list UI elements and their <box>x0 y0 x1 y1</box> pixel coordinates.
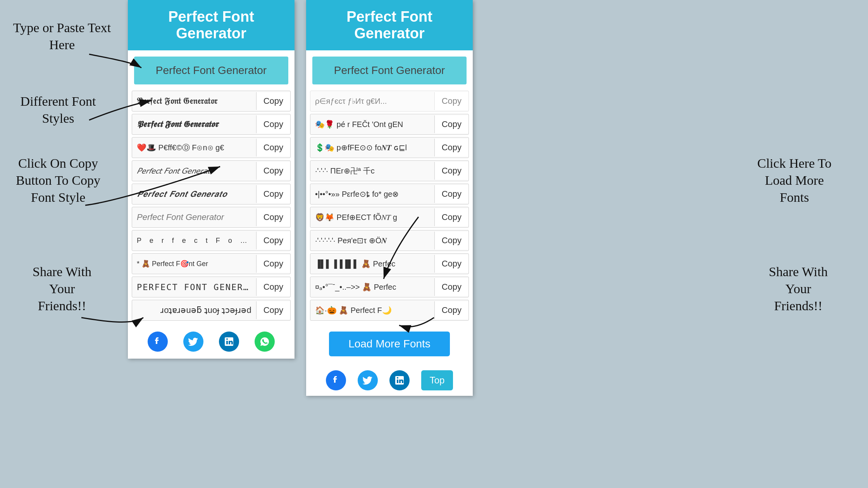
font-row: Perfect Font Generator Copy <box>132 207 291 228</box>
font-text: ɹoʇɐɹǝuǝƃ ʇuoɟ ʇɔǝɟɹǝd <box>132 302 256 318</box>
font-text: ·'·'·'· ΠЕr⊕卍ª 千c <box>310 163 434 179</box>
right-phone: Perfect Font Generator ρ∈яƒєcτ ƒ♭Иτ g€И.… <box>306 0 473 396</box>
copy-button[interactable]: Copy <box>256 232 290 249</box>
text-input[interactable] <box>142 64 281 77</box>
facebook-icon-right[interactable] <box>326 370 346 390</box>
social-bar-left <box>128 325 294 359</box>
linkedin-icon[interactable] <box>219 332 239 352</box>
font-row: 🦁🦊 PΕf⊕ЕCT fÕ𝑁𝑇 g Copy <box>310 207 469 228</box>
copy-button[interactable]: Copy <box>256 162 290 180</box>
font-text: ρ∈яƒєcτ ƒ♭Иτ g€И... <box>310 93 434 109</box>
copy-button[interactable]: Copy <box>256 278 290 296</box>
font-text: ¤ₐ•°¯ˉ_•..–>> 🧸 Perfec <box>310 279 434 295</box>
right-phone-header: Perfect Font Generator <box>306 0 473 50</box>
font-text: 🦁🦊 PΕf⊕ЕCT fÕ𝑁𝑇 g <box>310 210 434 225</box>
font-text: 💲🎭 p⊕fFE⊙⊙ fo𝑵𝑻 ɢ⊑l <box>310 140 434 155</box>
font-text: ▐▌▌▐▐▐▌▌ 🧸 Perfec <box>310 256 434 271</box>
annotation-different-fonts: Different FontStyles <box>4 93 112 127</box>
font-row: 𝕻𝖊𝖗𝖋𝖊𝖈𝖙 𝕱𝖔𝖓𝖙 𝕲𝖊𝖓𝖊𝖗𝖆𝖙𝖔𝖗 Copy <box>132 114 291 135</box>
top-button[interactable]: Top <box>421 370 453 390</box>
copy-button[interactable]: Copy <box>434 232 468 249</box>
copy-button[interactable]: Copy <box>256 92 290 110</box>
font-row: ¤ₐ•°¯ˉ_•..–>> 🧸 Perfec Copy <box>310 277 469 297</box>
annotation-share-right: Share WithYourFriends!! <box>744 263 852 315</box>
whatsapp-icon[interactable] <box>255 332 275 352</box>
font-list-left: 𝔓𝔢𝔯𝔣𝔢𝔠𝔱 𝔉𝔬𝔫𝔱 𝔊𝔢𝔫𝔢𝔯𝔞𝔱𝔬𝔯 Copy 𝕻𝖊𝖗𝖋𝖊𝖈𝖙 𝕱𝖔𝖓𝖙… <box>128 91 294 321</box>
font-row: ɹoʇɐɹǝuǝƃ ʇuoɟ ʇɔǝɟɹǝd Copy <box>132 300 291 321</box>
font-row: 🏠·🎃 🧸 Perfect F🌙 Copy <box>310 300 469 321</box>
font-row: •|••°•»» Pεrfe⊙ȶ fo* ge⊗ Copy <box>310 184 469 204</box>
font-text: 𝘗𝘦𝘳𝘧𝘦𝘤𝘵 𝘍𝘰𝘯𝘵 𝘎𝘦𝘯𝘦𝘳𝘢𝘵 <box>132 163 256 179</box>
copy-button[interactable]: Copy <box>434 278 468 296</box>
facebook-icon[interactable] <box>148 332 168 352</box>
font-text: ·'·'·'·'·'· Pея'е⊡τ ⊕Ö𝑵 <box>310 233 434 248</box>
linkedin-icon-right[interactable] <box>389 370 410 390</box>
font-text: 🎭🌹 pé r FEČt 'Ont gEN <box>310 117 434 132</box>
copy-button[interactable]: Copy <box>256 208 290 226</box>
font-row: 💲🎭 p⊕fFE⊙⊙ fo𝑵𝑻 ɢ⊑l Copy <box>310 137 469 158</box>
font-text: •|••°•»» Pεrfe⊙ȶ fo* ge⊗ <box>310 186 434 202</box>
left-phone-header: Perfect Font Generator <box>128 0 294 50</box>
copy-button[interactable]: Copy <box>256 255 290 273</box>
twitter-icon[interactable] <box>183 332 203 352</box>
font-text: * 🧸 Perfect F🎯nt Ger <box>132 256 256 271</box>
copy-button[interactable]: Copy <box>434 301 468 319</box>
copy-button[interactable]: Copy <box>256 139 290 156</box>
font-row: PERFECT FONT GENERATOR Copy <box>132 277 291 297</box>
copy-button[interactable]: Copy <box>434 139 468 156</box>
annotation-load-more: Click Here ToLoad MoreFonts <box>732 155 856 206</box>
left-phone: Perfect Font Generator 𝔓𝔢𝔯𝔣𝔢𝔠𝔱 𝔉𝔬𝔫𝔱 𝔊𝔢𝔫𝔢… <box>128 0 294 359</box>
font-text: Perfect Font Generator <box>132 209 256 225</box>
font-row: ·'·'·'· ΠЕr⊕卍ª 千c Copy <box>310 160 469 181</box>
font-text: P e r f e c t F o n t <box>132 234 256 248</box>
right-text-input[interactable] <box>320 64 459 77</box>
copy-button[interactable]: Copy <box>434 255 468 273</box>
font-text: 𝕻𝖊𝖗𝖋𝖊𝖈𝖙 𝕱𝖔𝖓𝖙 𝕲𝖊𝖓𝖊𝖗𝖆𝖙𝖔𝖗 <box>132 116 256 132</box>
right-text-input-area[interactable] <box>312 57 467 84</box>
copy-button[interactable]: Copy <box>434 162 468 180</box>
copy-button[interactable]: Copy <box>256 301 290 319</box>
annotation-click-copy: Click On CopyButton To CopyFont Style <box>4 155 112 206</box>
copy-button[interactable]: Copy <box>256 115 290 133</box>
copy-button[interactable]: Copy <box>434 185 468 203</box>
font-row: 🎭🌹 pé r FEČt 'Ont gEN Copy <box>310 114 469 135</box>
load-more-button[interactable]: Load More Fonts <box>329 332 450 356</box>
copy-button[interactable]: Copy <box>434 208 468 226</box>
font-row: 𝙋𝙚𝙧𝙛𝙚𝙘𝙩 𝙁𝙤𝙣𝙩 𝙂𝙚𝙣𝙚𝙧𝙖𝙩𝙤 Copy <box>132 184 291 204</box>
text-input-area[interactable] <box>134 57 288 84</box>
font-text: PERFECT FONT GENERATOR <box>132 279 256 295</box>
twitter-icon-right[interactable] <box>358 370 378 390</box>
font-text: 𝙋𝙚𝙧𝙛𝙚𝙘𝙩 𝙁𝙤𝙣𝙩 𝙂𝙚𝙣𝙚𝙧𝙖𝙩𝙤 <box>132 186 256 202</box>
copy-button[interactable]: Copy <box>434 92 468 110</box>
font-row: ▐▌▌▐▐▐▌▌ 🧸 Perfec Copy <box>310 253 469 274</box>
font-row: ❤️🎩 P€ff€©Ⓓ F⊙n⊙ g€ Copy <box>132 137 291 158</box>
font-text: 𝔓𝔢𝔯𝔣𝔢𝔠𝔱 𝔉𝔬𝔫𝔱 𝔊𝔢𝔫𝔢𝔯𝔞𝔱𝔬𝔯 <box>132 93 256 109</box>
annotation-type-paste: Type or Paste TextHere <box>8 19 116 53</box>
font-row: P e r f e c t F o n t Copy <box>132 230 291 251</box>
left-phone-title: Perfect Font Generator <box>134 9 288 42</box>
font-row: 𝘗𝘦𝘳𝘧𝘦𝘤𝘵 𝘍𝘰𝘯𝘵 𝘎𝘦𝘯𝘦𝘳𝘢𝘵 Copy <box>132 160 291 181</box>
copy-button[interactable]: Copy <box>434 115 468 133</box>
font-text: ❤️🎩 P€ff€©Ⓓ F⊙n⊙ g€ <box>132 139 256 156</box>
annotation-share-left: Share WithYourFriends!! <box>12 263 112 315</box>
font-row: ρ∈яƒєcτ ƒ♭Иτ g€И... Copy <box>310 91 469 112</box>
font-text: 🏠·🎃 🧸 Perfect F🌙 <box>310 302 434 318</box>
font-row: 𝔓𝔢𝔯𝔣𝔢𝔠𝔱 𝔉𝔬𝔫𝔱 𝔊𝔢𝔫𝔢𝔯𝔞𝔱𝔬𝔯 Copy <box>132 91 291 112</box>
bottom-bar-right: Top <box>306 365 473 396</box>
font-list-right: ρ∈яƒєcτ ƒ♭Иτ g€И... Copy 🎭🌹 pé r FEČt 'O… <box>306 91 473 321</box>
copy-button[interactable]: Copy <box>256 185 290 203</box>
font-row: ·'·'·'·'·'· Pея'е⊡τ ⊕Ö𝑵 Copy <box>310 230 469 251</box>
font-row: * 🧸 Perfect F🎯nt Ger Copy <box>132 253 291 274</box>
right-phone-title: Perfect Font Generator <box>312 9 467 42</box>
